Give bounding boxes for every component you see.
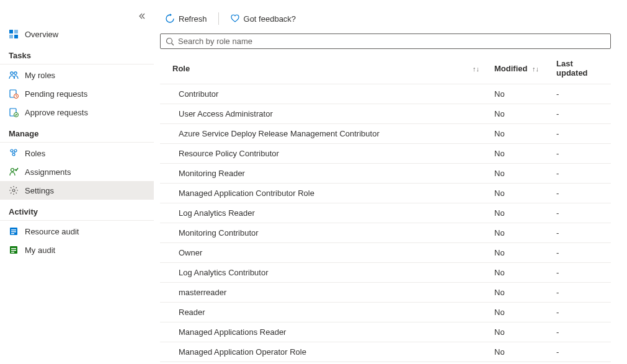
cell-last-updated: -: [549, 283, 611, 303]
sidebar-item-settings[interactable]: Settings: [0, 181, 154, 200]
header-last-updated[interactable]: Last updated: [549, 54, 611, 84]
sidebar-item-my-roles[interactable]: My roles: [0, 66, 154, 84]
sidebar-item-label: Overview: [25, 30, 58, 39]
svg-point-11: [14, 149, 17, 152]
sidebar-item-label: My audit: [25, 246, 55, 255]
cell-last-updated: -: [549, 144, 611, 164]
sort-icon: ↑↓: [532, 65, 539, 73]
cell-last-updated: -: [549, 303, 611, 322]
svg-point-23: [167, 38, 172, 43]
svg-point-10: [11, 149, 13, 152]
user-roles-icon: [9, 70, 19, 80]
sidebar-item-roles[interactable]: Roles: [0, 144, 154, 162]
cell-modified: No: [487, 184, 549, 203]
sidebar: Overview TasksMy rolesPending requestsAp…: [0, 0, 154, 364]
sidebar-item-my-audit[interactable]: My audit: [0, 241, 154, 259]
svg-point-13: [11, 169, 14, 172]
cell-role: Managed Application Operator Role: [160, 342, 487, 362]
search-icon: [166, 37, 174, 46]
sidebar-item-resource-audit[interactable]: Resource audit: [0, 222, 154, 241]
cell-last-updated: -: [549, 263, 611, 283]
svg-rect-2: [9, 35, 13, 38]
sidebar-item-label: Roles: [25, 149, 45, 158]
sidebar-item-assignments[interactable]: Assignments: [0, 162, 154, 181]
sidebar-item-pending-requests[interactable]: Pending requests: [0, 84, 154, 103]
table-row[interactable]: Resource Policy ContributorNo-: [160, 144, 611, 164]
refresh-button[interactable]: Refresh: [160, 11, 212, 26]
svg-rect-18: [11, 233, 14, 234]
heart-icon: [230, 14, 240, 24]
table-row[interactable]: Managed Applications ReaderNo-: [160, 322, 611, 342]
table-row[interactable]: Managed Application Contributor RoleNo-: [160, 184, 611, 203]
table-row[interactable]: ReaderNo-: [160, 303, 611, 322]
table-row[interactable]: Azure Service Deploy Release Management …: [160, 124, 611, 144]
search-input[interactable]: [178, 37, 605, 46]
cell-modified: No: [487, 144, 549, 164]
table-row[interactable]: ContributorNo-: [160, 84, 611, 104]
cell-modified: No: [487, 84, 549, 104]
toolbar: Refresh Got feedback?: [160, 11, 611, 33]
svg-rect-3: [14, 35, 18, 38]
cell-modified: No: [487, 223, 549, 243]
my-audit-icon: [9, 245, 19, 255]
table-row[interactable]: Monitoring ReaderNo-: [160, 164, 611, 184]
table-row[interactable]: masterreaderNo-: [160, 283, 611, 303]
cell-last-updated: -: [549, 342, 611, 362]
cell-last-updated: -: [549, 124, 611, 144]
svg-rect-0: [9, 30, 13, 33]
refresh-label: Refresh: [179, 14, 207, 24]
nav-section: ManageRolesAssignmentsSettings: [0, 124, 154, 202]
nav-section: TasksMy rolesPending requestsApprove req…: [0, 46, 154, 124]
sidebar-item-label: Settings: [25, 186, 54, 195]
cell-modified: No: [487, 342, 549, 362]
svg-rect-22: [11, 252, 14, 253]
table-row[interactable]: Monitoring ContributorNo-: [160, 223, 611, 243]
feedback-button[interactable]: Got feedback?: [225, 11, 301, 26]
cell-role: Contributor: [160, 84, 487, 104]
table-row[interactable]: Log Analytics ContributorNo-: [160, 263, 611, 283]
sidebar-item-label: Assignments: [25, 167, 71, 177]
roles-table: Role ↑↓ Modified ↑↓ Last updated Contrib…: [160, 54, 611, 362]
header-role[interactable]: Role: [160, 54, 463, 84]
cell-modified: No: [487, 124, 549, 144]
cell-modified: No: [487, 322, 549, 342]
sidebar-item-label: Approve requests: [25, 108, 88, 117]
cell-role: Azure Service Deploy Release Management …: [160, 124, 487, 144]
cell-last-updated: -: [549, 84, 611, 104]
table-row[interactable]: User Access AdministratorNo-: [160, 104, 611, 124]
assignments-icon: [9, 167, 19, 177]
header-role-sort[interactable]: ↑↓: [463, 54, 487, 84]
cell-last-updated: -: [549, 243, 611, 263]
sidebar-item-approve-requests[interactable]: Approve requests: [0, 103, 154, 122]
cell-modified: No: [487, 203, 549, 223]
table-header-row: Role ↑↓ Modified ↑↓ Last updated: [160, 54, 611, 84]
table-row[interactable]: OwnerNo-: [160, 243, 611, 263]
feedback-label: Got feedback?: [244, 14, 296, 24]
cell-role: Log Analytics Reader: [160, 203, 487, 223]
cell-role: Log Analytics Contributor: [160, 263, 487, 283]
cell-last-updated: -: [549, 164, 611, 184]
nav-section: ActivityResource auditMy audit: [0, 202, 154, 262]
cell-modified: No: [487, 164, 549, 184]
cell-role: Resource Policy Contributor: [160, 144, 487, 164]
svg-point-5: [14, 72, 17, 74]
table-row[interactable]: Managed Application Operator RoleNo-: [160, 342, 611, 362]
svg-rect-20: [11, 248, 16, 249]
cell-modified: No: [487, 303, 549, 322]
cell-role: Managed Applications Reader: [160, 322, 487, 342]
cell-modified: No: [487, 263, 549, 283]
cell-role: Monitoring Contributor: [160, 223, 487, 243]
sidebar-item-label: Resource audit: [25, 227, 79, 236]
nav-overview-section: Overview: [0, 25, 154, 46]
collapse-sidebar-button[interactable]: [138, 12, 145, 20]
table-row[interactable]: Log Analytics ReaderNo-: [160, 203, 611, 223]
svg-point-12: [12, 153, 15, 156]
cell-modified: No: [487, 104, 549, 124]
cell-last-updated: -: [549, 223, 611, 243]
cell-role: masterreader: [160, 283, 487, 303]
svg-line-24: [172, 43, 174, 45]
cell-last-updated: -: [549, 184, 611, 203]
cell-last-updated: -: [549, 322, 611, 342]
sidebar-item-overview[interactable]: Overview: [0, 25, 154, 43]
header-modified[interactable]: Modified ↑↓: [487, 54, 549, 84]
